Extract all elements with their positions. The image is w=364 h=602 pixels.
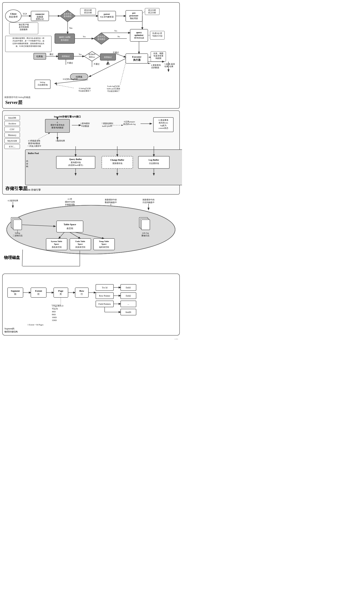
svg-line-142 [38,133,50,139]
svg-text:connecter: connecter [35,13,44,15]
svg-text:pre: pre [132,12,136,14]
svg-text:重做日志: 重做日志 [141,235,150,237]
svg-text:8KB: 8KB [52,313,56,316]
svg-text:区: 区 [37,293,40,295]
svg-rect-215 [8,288,23,297]
svg-text:Change Buffer: Change Buffer [110,159,124,161]
svg-text:Executer: Executer [132,55,141,58]
server-flow-svg: Client 发起请求 TCP connecter 连接器 权限认证 验证客户端… [5,5,182,107]
svg-text:回滚表空间: 回滚表空间 [75,246,85,248]
svg-text:预处理器: 预处理器 [130,17,138,20]
svg-text:刷新缓存中的: 刷新缓存中的 [142,199,154,201]
svg-text:该功能比较薄弱，两次SQL必须完全一样: 该功能比较薄弱，两次SQL必须完全一样 [12,37,44,39]
svg-text:8.记录prepare: 8.记录prepare [124,121,135,123]
svg-text:16KB: 16KB [52,316,57,319]
svg-text:可以为: 可以为 [52,308,58,310]
svg-text:结果集: 结果集 [76,75,83,78]
svg-rect-46 [55,34,75,43]
svg-rect-188 [56,221,83,232]
engine-etc: ETC... [4,144,20,149]
svg-text:后的数据: 后的数据 [151,66,159,69]
svg-text:构: 构 [26,165,28,168]
svg-text:生成SQL语: 生成SQL语 [152,32,162,34]
svg-text:连接器: 连接器 [37,16,43,18]
svg-text:词义分析: 词义分析 [148,9,156,11]
svg-text:12.将该事务: 12.将该事务 [158,119,169,121]
svg-text:表空间: 表空间 [66,227,73,230]
svg-text:5.返回: 5.返回 [169,63,175,65]
server-layer-label: Server层 [5,99,22,106]
svg-text:查询缓存: 查询缓存 [64,15,72,18]
svg-text:7.更新结果到: 7.更新结果到 [102,122,113,125]
svg-text:相关的redo: 相关的redo [159,122,168,124]
storage-sublabel: InnoDB 存储引擎 [23,188,41,192]
svg-text:询权限: 询权限 [155,57,161,59]
svg-text:过表中的数据有更新，该表的缓存也会失: 过表中的数据有更新，该表的缓存也会失 [12,43,44,44]
engine-memory: Memory [4,133,20,137]
disk-svg: 4.2返回结果 4.1否 缓存中没有 从磁盘读取 刷新缓存中的 数据到磁盘中 刷… [2,196,180,272]
svg-text:fieldN: fieldN [126,311,131,313]
svg-text:不通过: 不通过 [94,63,99,65]
svg-line-106 [55,80,88,84]
svg-text:1 Extent = 64 Pages: 1 Extent = 64 Pages [28,324,44,326]
svg-text:4.2返回结果: 4.2返回结果 [8,199,18,202]
svg-text:结果: 结果 [164,65,169,68]
svg-text:Extent: Extent [35,290,42,292]
svg-line-102 [89,59,126,77]
svg-text:Space: Space [102,243,107,245]
flush-binlog-note: 刷新缓存中的 binlog到磁盘 [4,96,31,99]
svg-text:Yes: Yes [83,35,86,38]
svg-text:4KB: 4KB [52,311,56,313]
svg-text:SQL语句解析器: SQL语句解析器 [100,16,114,18]
svg-line-110 [56,85,74,88]
svg-text:binlog: binlog [40,81,45,83]
server-layer: Server层 Client 发起请求 TCP connecter 连接器 权限… [2,2,180,109]
svg-text:日志到磁盘中: 日志到磁盘中 [142,201,154,204]
svg-text:一并放入缓存中: 一并放入缓存中 [27,145,41,147]
engine-innodb: InnoDB [4,115,20,120]
svg-text:4.: 4. [57,121,58,123]
svg-rect-223 [54,288,68,297]
svg-text:查询优化器: 查询优化器 [134,37,144,39]
svg-text:不通过: 不通过 [67,62,73,64]
svg-text:执行器: 执行器 [133,59,141,61]
svg-text:权限验证: 权限验证 [104,56,112,58]
svg-text:Log Buffer: Log Buffer [149,159,159,161]
svg-text:行: 行 [81,293,83,295]
svg-text:Space: Space [54,243,59,245]
svg-rect-205 [141,220,150,230]
svg-text:Yes: Yes [114,30,117,32]
svg-text:是否命中: 是否命中 [88,54,96,55]
svg-text:发起请求: 发起请求 [9,16,18,18]
svg-text:物理磁盘: 物理磁盘 [4,255,20,260]
svg-text:是否开启: 是否开启 [64,13,72,15]
svg-line-212 [22,250,23,266]
svg-text:redo log: redo log [142,232,149,234]
svg-text:更新缓存池: 更新缓存池 [112,162,122,164]
svg-text:4.3把磁盘读取: 4.3把磁盘读取 [28,140,40,142]
segment-layer: Segment 段 Extent 区 Page 页 Row 行 Trx Id [2,274,180,336]
svg-text:词法分析: 词法分析 [84,9,92,11]
svg-text:32KB: 32KB [52,319,57,321]
storage-layer: InnoDB Archive CSV Memory MyISAM ETC... … [2,110,180,195]
segment-footer: Segment的 物理存储结构 [4,327,18,333]
svg-text:可以提交事务了: 可以提交事务了 [78,90,91,92]
svg-text:效。8.0本已经废弃查询缓存功能: 效。8.0本已经废弃查询缓存功能 [16,45,41,47]
svg-line-13 [24,21,40,23]
svg-text:optimizer: optimizer [134,34,144,36]
svg-text:缓存key: 缓存key [89,56,95,58]
svg-text:log改为: log改为 [160,124,167,127]
svg-text:3.返回结果: 3.返回结果 [56,140,65,142]
svg-text:Space: Space [78,243,83,245]
svg-text:要查询的数据: 要查询的数据 [28,142,40,145]
svg-text:内: 内 [26,160,28,162]
svg-text:Row Pointer: Row Pointer [99,295,110,297]
svg-text:权限认证: 权限认证 [36,18,44,20]
svg-text:9.redo log已记录: 9.redo log已记录 [107,85,120,87]
svg-text:Query Buffer: Query Buffer [69,158,82,161]
svg-text:验证客户端: 验证客户端 [19,23,29,26]
svg-rect-183 [13,220,22,230]
svg-text:缓存中没有: 缓存中没有 [65,201,75,203]
svg-text:Field Pointers: Field Pointers [98,303,111,305]
svg-text:数据到磁盘中: 数据到磁盘中 [105,201,117,204]
